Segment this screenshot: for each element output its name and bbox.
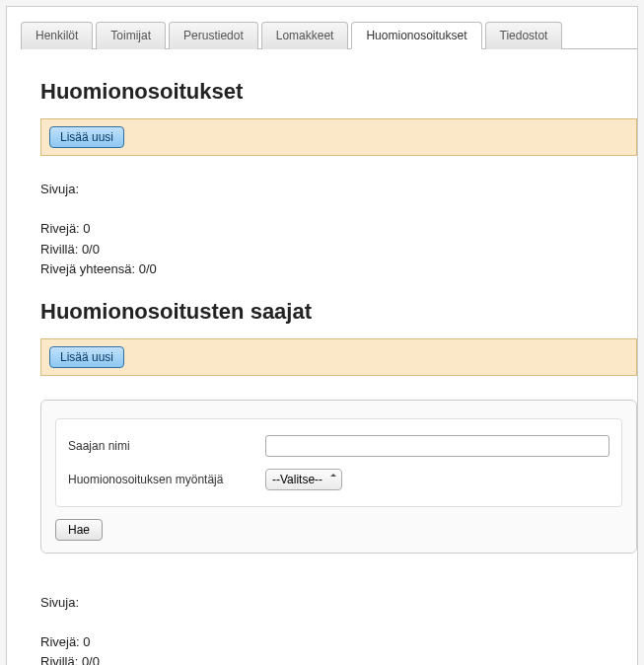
content-area: Huomionosoitukset Lisää uusi Sivuja: Riv… [7, 49, 637, 665]
name-input[interactable] [265, 435, 609, 457]
onrow-label-2: Rivillä: 0/0 [40, 652, 637, 665]
tab-tiedostot[interactable]: Tiedostot [485, 22, 563, 49]
rows-label-2: Rivejä: 0 [40, 632, 637, 652]
search-form-panel: Saajan nimi Huomionosoituksen myöntäjä -… [40, 400, 637, 554]
pages-label: Sivuja: [40, 180, 637, 199]
search-form-inner: Saajan nimi Huomionosoituksen myöntäjä -… [55, 418, 622, 507]
rows-label: Rivejä: 0 [40, 219, 637, 239]
onrow-label: Rivillä: 0/0 [40, 240, 637, 259]
section1-action-bar: Lisää uusi [40, 118, 637, 156]
grantor-select-wrap: --Valitse-- [265, 469, 342, 490]
name-field-label: Saajan nimi [68, 439, 265, 453]
add-new-button-1[interactable]: Lisää uusi [49, 126, 124, 148]
tab-lomakkeet[interactable]: Lomakkeet [261, 22, 349, 49]
section1-heading: Huomionosoitukset [40, 79, 637, 105]
tab-huomionosoitukset[interactable]: Huomionosoitukset [351, 22, 481, 49]
add-new-button-2[interactable]: Lisää uusi [49, 346, 124, 368]
section2-heading: Huomionosoitusten saajat [40, 299, 637, 325]
grantor-field-label: Huomionosoituksen myöntäjä [68, 473, 265, 486]
tab-henkilot[interactable]: Henkilöt [21, 22, 93, 49]
tab-perustiedot[interactable]: Perustiedot [169, 22, 258, 49]
tab-toimijat[interactable]: Toimijat [96, 22, 166, 49]
page-container: Henkilöt Toimijat Perustiedot Lomakkeet … [6, 6, 638, 665]
section2-action-bar: Lisää uusi [40, 338, 637, 376]
grantor-select[interactable]: --Valitse-- [265, 469, 342, 490]
form-row-name: Saajan nimi [68, 429, 609, 463]
form-row-grantor: Huomionosoituksen myöntäjä --Valitse-- [68, 463, 609, 496]
tab-bar: Henkilöt Toimijat Perustiedot Lomakkeet … [21, 21, 637, 49]
pages-label-2: Sivuja: [40, 593, 637, 613]
section1-stats: Sivuja: Rivejä: 0 Rivillä: 0/0 Rivejä yh… [40, 180, 637, 279]
search-button[interactable]: Hae [55, 519, 103, 541]
rows-total-label: Rivejä yhteensä: 0/0 [40, 259, 637, 279]
section2-stats: Sivuja: Rivejä: 0 Rivillä: 0/0 Rivejä yh… [40, 593, 637, 666]
